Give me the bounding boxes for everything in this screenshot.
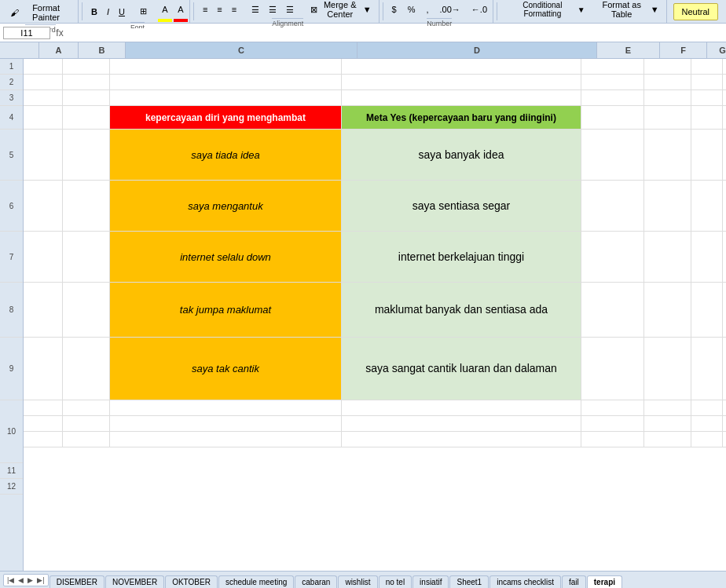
cell-e10[interactable] [581,400,644,415]
italic-button[interactable]: I [103,3,113,20]
highlight-color-button[interactable]: A [158,1,171,18]
cell-g10[interactable] [691,400,723,415]
cell-b12[interactable] [63,432,110,447]
cell-e6[interactable] [581,181,644,231]
cell-b3[interactable] [63,90,110,105]
cell-c3[interactable] [110,90,342,105]
sheet-tab-disember[interactable]: DISEMBER [50,575,104,588]
cell-g8[interactable] [691,283,723,337]
cell-a1[interactable] [24,59,63,74]
cell-e2[interactable] [581,75,644,89]
cell-g3[interactable] [691,90,723,105]
sheet-tab-oktober[interactable]: OKTOBER [165,575,218,588]
align-center-button[interactable]: ☰ [265,1,280,18]
sheet-tab-fail[interactable]: fail [562,575,586,588]
cell-d8-right[interactable]: maklumat banyak dan sentiasa ada [342,283,581,337]
decrease-decimal-button[interactable]: ←.0 [468,1,491,18]
cell-c1[interactable] [110,59,342,74]
col-header-b[interactable]: B [79,42,126,58]
cell-d9-right[interactable]: saya sangat cantik luaran dan dalaman [342,338,581,400]
cell-f3[interactable] [644,90,691,105]
cell-d2[interactable] [342,75,581,89]
cell-g7[interactable] [691,232,723,282]
row-num-5[interactable]: 5 [0,130,23,181]
cell-e8[interactable] [581,283,644,337]
row-num-1[interactable]: 1 [0,59,23,75]
sheet-tab-terapi[interactable]: terapi [587,575,622,588]
cell-e9[interactable] [581,338,644,400]
cell-d3[interactable] [342,90,581,105]
cell-a5[interactable] [24,130,63,180]
cell-e4[interactable] [581,106,644,129]
cell-g9[interactable] [691,338,723,400]
cell-a9[interactable] [24,338,63,400]
cell-c4-header-left[interactable]: kepercayaan diri yang menghambat [110,106,342,129]
cell-c7-left[interactable]: internet selalu down [110,232,342,282]
sheet-tab-notel[interactable]: no tel [379,575,412,588]
row-num-4[interactable]: 4 [0,106,23,130]
cell-a7[interactable] [24,232,63,282]
format-table-button[interactable]: Format as Table ▼ [591,1,663,18]
row-num-6[interactable]: 6 [0,181,23,232]
cell-g11[interactable] [691,416,723,431]
cell-f11[interactable] [644,416,691,431]
cell-a12[interactable] [24,432,63,447]
cell-a10[interactable] [24,400,63,415]
cell-b11[interactable] [63,416,110,431]
percent-button[interactable]: % [404,1,420,18]
align-top-left-button[interactable]: ≡ [199,1,211,18]
cell-f9[interactable] [644,338,691,400]
conditional-formatting-button[interactable]: Conditional Formatting ▼ [504,1,589,18]
cell-c6-left[interactable]: saya mengantuk [110,181,342,231]
cell-g4[interactable] [691,106,723,129]
row-num-11[interactable]: 11 [0,463,23,479]
cell-b7[interactable] [63,232,110,282]
bold-button[interactable]: B [87,3,101,20]
cell-a4[interactable] [24,106,63,129]
cell-d5-right[interactable]: saya banyak idea [342,130,581,180]
cell-g12[interactable] [691,432,723,447]
sheet-tab-schedule[interactable]: schedule meeting [218,575,294,588]
sheet-tab-cabaran[interactable]: cabaran [295,575,337,588]
cell-c9-left[interactable]: saya tak cantik [110,338,342,400]
cell-e11[interactable] [581,416,644,431]
row-num-8[interactable]: 8 [0,283,23,338]
cell-a3[interactable] [24,90,63,105]
cell-a2[interactable] [24,75,63,89]
col-header-d[interactable]: D [358,42,597,58]
cell-d11[interactable] [342,416,581,431]
col-header-a[interactable]: A [39,42,79,58]
cell-b4[interactable] [63,106,110,129]
sheet-tab-incams[interactable]: incams checklist [490,575,561,588]
formula-input[interactable] [69,28,723,38]
tab-prev-button[interactable]: ◀ [16,576,25,584]
cell-c2[interactable] [110,75,342,89]
cell-d10[interactable] [342,400,581,415]
cell-c10[interactable] [110,400,342,415]
cell-e7[interactable] [581,232,644,282]
cell-d6-right[interactable]: saya sentiasa segar [342,181,581,231]
borders-button[interactable]: ⊞ [136,3,151,20]
align-top-right-button[interactable]: ≡ [228,1,240,18]
cell-b1[interactable] [63,59,110,74]
cell-c12[interactable] [110,432,342,447]
cell-a6[interactable] [24,181,63,231]
cell-c11[interactable] [110,416,342,431]
align-left-button[interactable]: ☰ [248,1,263,18]
cell-f5[interactable] [644,130,691,180]
align-right-button[interactable]: ☰ [282,1,298,18]
cell-b5[interactable] [63,130,110,180]
cell-g5[interactable] [691,130,723,180]
cell-d7-right[interactable]: internet berkelajuan tinggi [342,232,581,282]
cell-g6[interactable] [691,181,723,231]
merge-center-button[interactable]: ⊠ Merge & Center ▼ [305,1,377,18]
col-header-c[interactable]: C [126,42,358,58]
cell-e3[interactable] [581,90,644,105]
cell-b10[interactable] [63,400,110,415]
cell-e1[interactable] [581,59,644,74]
tab-first-button[interactable]: |◀ [6,576,16,584]
currency-button[interactable]: $ [388,1,401,18]
tab-last-button[interactable]: ▶| [35,576,46,584]
cell-d1[interactable] [342,59,581,74]
row-num-7[interactable]: 7 [0,232,23,283]
